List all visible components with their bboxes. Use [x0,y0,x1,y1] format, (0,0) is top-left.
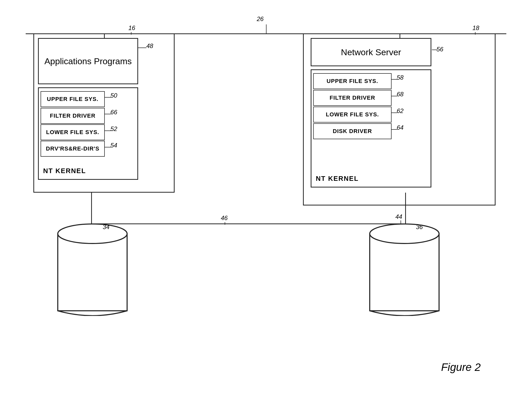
svg-point-1 [58,224,127,243]
ref-68: 68 [397,91,404,98]
ref-58-leader [392,79,397,80]
right-lower-file-sys: LOWER FILE SYS. [313,107,392,123]
svg-rect-2 [370,234,439,311]
cylinder-right-svg [367,223,442,316]
ref-48-leader [138,48,146,48]
ref-66-leader [105,114,111,114]
app-programs-label: Applications Programs [44,56,132,66]
ref-54-leader [105,147,111,147]
ref-58: 58 [397,74,404,81]
ref-54: 54 [110,142,117,149]
line-left-to-cyl [91,193,92,223]
line-right-to-cyl [405,193,406,223]
ref-44: 44 [395,213,402,220]
nt-kernel-label-right: NT KERNEL [316,175,359,183]
ref-26-leader [266,24,267,34]
network-server-label: Network Server [341,47,401,57]
ref-68-leader [392,96,397,96]
ref-50-leader [105,97,111,98]
line-46 [91,223,406,224]
ref-52: 52 [110,125,117,133]
ref-62-leader [392,112,397,113]
cylinder-right [367,223,442,316]
cylinder-left [55,223,130,316]
ref-16: 16 [128,24,135,32]
left-filter-driver: FILTER DRIVER [41,108,105,124]
ref-66: 66 [110,109,117,116]
right-disk-driver: DISK DRIVER [313,123,392,139]
network-server-box: Network Server [311,38,431,66]
left-upper-file-sys: UPPER FILE SYS. [41,91,105,107]
ref-56: 56 [436,46,443,53]
ref-46: 46 [221,214,228,222]
ref-34: 34 [103,223,110,231]
ref-18: 18 [472,24,479,32]
ref-36: 36 [416,223,423,231]
ref-16-leader [131,32,131,35]
ref-50: 50 [110,92,117,99]
figure-label: Figure 2 [441,361,481,373]
ref-46-leader [225,222,225,225]
left-drvrs: DRV'RS&RE-DIR'S [41,141,105,157]
nt-kernel-label-left: NT KERNEL [43,167,86,175]
svg-point-3 [370,224,439,243]
diagram: 26 16 Applications Programs 48 NT KERNEL… [0,0,532,394]
ref-64-leader [392,129,397,130]
ref-48: 48 [146,42,153,50]
ref-64: 64 [397,124,404,131]
ref-52-leader [105,130,111,131]
ref-26: 26 [257,15,264,23]
ref-62: 62 [397,107,404,115]
ref-18-leader [475,32,476,35]
right-filter-driver: FILTER DRIVER [313,90,392,106]
ref-56-leader [432,50,437,50]
right-upper-file-sys: UPPER FILE SYS. [313,73,392,89]
left-lower-file-sys: LOWER FILE SYS. [41,124,105,140]
app-programs-box: Applications Programs [38,38,138,84]
svg-rect-0 [58,234,127,311]
cylinder-left-svg [55,223,130,316]
